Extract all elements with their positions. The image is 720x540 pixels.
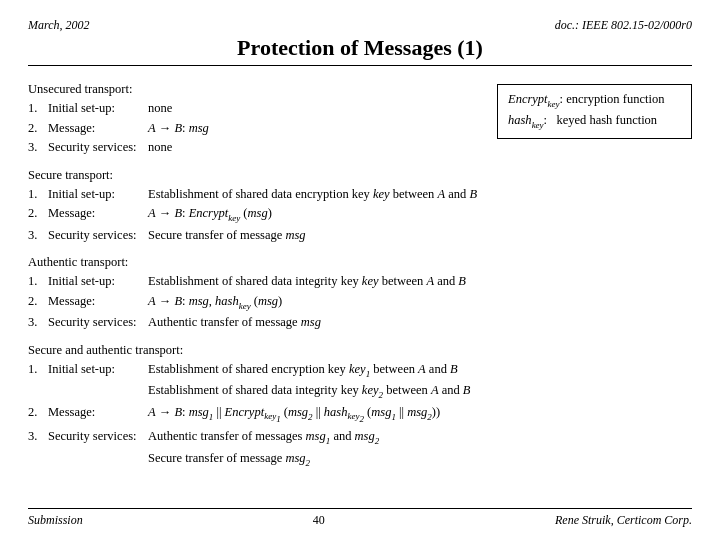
content: Unsecured transport: 1. Initial set-up: …: [28, 80, 692, 502]
item-value: A → B: msg, hashkey (msg): [148, 292, 692, 313]
item-label: Initial set-up:: [48, 360, 148, 403]
item-label: Message:: [48, 119, 148, 138]
item-num: 3.: [28, 226, 48, 245]
item-label: Security services:: [48, 226, 148, 245]
item-num: 3.: [28, 138, 48, 157]
page-title: Protection of Messages (1): [28, 35, 692, 66]
item-label: Security services:: [48, 313, 148, 332]
item-num: 1.: [28, 99, 48, 118]
item-num: 1.: [28, 272, 48, 291]
encrypt-box: Encryptkey: encryption function hashkey:…: [497, 84, 692, 139]
item-value: A → B: Encryptkey (msg): [148, 204, 692, 225]
section-secure: Secure transport: 1. Initial set-up: Est…: [28, 166, 692, 246]
item-value: Authentic transfer of messages msg1 and …: [148, 427, 692, 470]
item-num: 1.: [28, 185, 48, 204]
footer-page: 40: [313, 513, 325, 528]
section-unsecured: Unsecured transport: 1. Initial set-up: …: [28, 80, 692, 158]
item-label: Message:: [48, 403, 148, 427]
item-num: 3.: [28, 313, 48, 332]
item-value: Establishment of shared data integrity k…: [148, 272, 692, 291]
item-label: Initial set-up:: [48, 272, 148, 291]
item-num: 2.: [28, 119, 48, 138]
item-label: Message:: [48, 204, 148, 225]
encrypt-line1: Encryptkey: encryption function: [508, 90, 681, 111]
header-date: March, 2002: [28, 18, 90, 33]
item-value: none: [148, 138, 487, 157]
header: March, 2002 doc.: IEEE 802.15-02/000r0: [28, 18, 692, 33]
item-value: Establishment of shared encryption key k…: [148, 360, 692, 403]
item-num: 2.: [28, 403, 48, 427]
footer-submission: Submission: [28, 513, 83, 528]
item-label: Message:: [48, 292, 148, 313]
page: March, 2002 doc.: IEEE 802.15-02/000r0 P…: [0, 0, 720, 540]
header-doc: doc.: IEEE 802.15-02/000r0: [555, 18, 692, 33]
item-num: 3.: [28, 427, 48, 470]
footer: Submission 40 Rene Struik, Certicom Corp…: [28, 508, 692, 528]
item-value: Establishment of shared data encryption …: [148, 185, 692, 204]
section-secure-heading: Secure transport:: [28, 166, 692, 185]
item-value: Authentic transfer of message msg: [148, 313, 692, 332]
section-secure-authentic: Secure and authentic transport: 1. Initi…: [28, 341, 692, 470]
encrypt-line2: hashkey: keyed hash function: [508, 111, 681, 132]
item-num: 1.: [28, 360, 48, 403]
section-sa-heading: Secure and authentic transport:: [28, 341, 692, 360]
item-label: Security services:: [48, 427, 148, 470]
item-value: Secure transfer of message msg: [148, 226, 692, 245]
item-num: 2.: [28, 292, 48, 313]
footer-author: Rene Struik, Certicom Corp.: [555, 513, 692, 528]
item-value: none: [148, 99, 487, 118]
item-label: Initial set-up:: [48, 185, 148, 204]
section-unsecured-heading: Unsecured transport:: [28, 80, 487, 99]
item-value: A → B: msg1 || Encryptkey1 (msg2 || hash…: [148, 403, 692, 427]
section-authentic-heading: Authentic transport:: [28, 253, 692, 272]
item-label: Security services:: [48, 138, 148, 157]
item-label: Initial set-up:: [48, 99, 148, 118]
section-authentic: Authentic transport: 1. Initial set-up: …: [28, 253, 692, 333]
item-value: A → B: msg: [148, 119, 487, 138]
item-num: 2.: [28, 204, 48, 225]
